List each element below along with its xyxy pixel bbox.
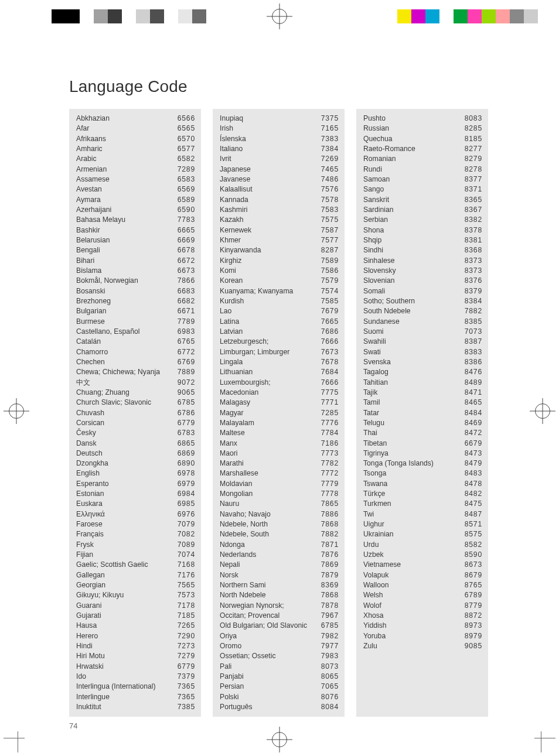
language-row: Serbian8382 xyxy=(363,215,482,225)
language-name: Ndonga xyxy=(220,540,246,550)
language-code: 9072 xyxy=(175,378,195,388)
language-name: Gujarati xyxy=(76,611,103,621)
language-row: Swahili8387 xyxy=(363,337,482,347)
language-name: Yoruba xyxy=(363,631,387,641)
language-code: 6673 xyxy=(175,266,195,276)
language-name: Romanian xyxy=(363,154,397,164)
language-row: Raeto-Romance8277 xyxy=(363,144,482,154)
language-code: 7882 xyxy=(462,306,482,316)
language-code: 8673 xyxy=(462,560,482,570)
language-name: Ndebele, South xyxy=(220,529,270,539)
language-code: 7772 xyxy=(319,468,339,478)
language-row: Guarani7178 xyxy=(76,601,195,611)
language-name: Norwegian Nynorsk; xyxy=(220,601,285,611)
language-row: Arabic6582 xyxy=(76,154,195,164)
language-row: Tigrinya8473 xyxy=(363,449,482,459)
language-code: 6765 xyxy=(175,337,195,347)
language-row: Gujarati7185 xyxy=(76,611,195,621)
language-row: Fijian7074 xyxy=(76,550,195,560)
language-name: Bokmål, Norwegian xyxy=(76,276,139,286)
language-row: Manx7186 xyxy=(220,439,339,449)
language-row: Chamorro6772 xyxy=(76,347,195,357)
language-row: Estonian6984 xyxy=(76,489,195,499)
language-code: 6978 xyxy=(175,468,195,478)
language-name: Nederlands xyxy=(220,550,257,560)
language-code: 7583 xyxy=(319,205,339,215)
language-code: 7776 xyxy=(319,418,339,428)
language-name: Fijian xyxy=(76,550,94,560)
language-name: Pushto xyxy=(363,114,387,124)
registration-mark-icon xyxy=(267,4,292,29)
language-name: Church Slavic; Slavonic xyxy=(76,398,152,408)
language-name: Ελληνικά xyxy=(76,509,106,519)
color-swatch xyxy=(94,9,108,23)
language-code: 6985 xyxy=(175,499,195,509)
language-row: Walloon8765 xyxy=(363,580,482,590)
language-code: 7982 xyxy=(319,631,339,641)
language-code: 8285 xyxy=(462,124,482,134)
language-row: Tamil8465 xyxy=(363,398,482,408)
language-name: Kernewek xyxy=(220,225,253,235)
language-name: Guarani xyxy=(76,601,103,611)
language-name: Panjabi xyxy=(220,672,245,682)
language-code: 8679 xyxy=(462,570,482,580)
language-code: 6869 xyxy=(175,449,195,459)
language-row: Macedonian7775 xyxy=(220,388,339,398)
language-code: 6779 xyxy=(175,418,195,428)
language-row: Japanese7465 xyxy=(220,165,339,175)
language-row: Interlingua (International)7365 xyxy=(76,682,195,692)
language-code: 8084 xyxy=(319,702,339,712)
language-code: 7573 xyxy=(175,590,195,600)
language-name: Maori xyxy=(220,449,238,459)
language-code: 7486 xyxy=(319,175,339,184)
language-code: 7185 xyxy=(175,611,195,621)
language-code: 8973 xyxy=(462,621,482,631)
language-row: Norsk7879 xyxy=(220,570,339,580)
language-row: Herero7290 xyxy=(76,631,195,641)
language-name: Tswana xyxy=(363,479,388,489)
language-name: Turkmen xyxy=(363,499,393,509)
language-code: 8872 xyxy=(462,611,482,621)
language-code: 7673 xyxy=(319,347,339,357)
language-name: Tibetan xyxy=(363,439,388,449)
language-row: Nauru7865 xyxy=(220,499,339,509)
language-code: 8277 xyxy=(462,144,482,154)
language-row: Afar6565 xyxy=(76,124,195,134)
language-code: 9085 xyxy=(462,641,482,651)
language-row: Afrikaans6570 xyxy=(76,134,195,144)
language-name: Armenian xyxy=(76,165,108,175)
language-name: Gaelic; Scottish Gaelic xyxy=(76,560,149,570)
language-code: 7868 xyxy=(319,519,339,529)
language-code: 8378 xyxy=(462,225,482,235)
language-code: 6582 xyxy=(175,154,195,164)
language-row: Romanian8279 xyxy=(363,154,482,164)
language-code: 6565 xyxy=(175,124,195,134)
language-code: 8383 xyxy=(462,347,482,357)
language-row: Kirghiz7589 xyxy=(220,256,339,266)
language-code: 8387 xyxy=(462,337,482,347)
language-code: 7666 xyxy=(319,378,339,388)
language-name: Vietnamese xyxy=(363,560,402,570)
language-row: Navaho; Navajo7886 xyxy=(220,509,339,519)
language-row: Oriya7982 xyxy=(220,631,339,641)
language-name: Magyar xyxy=(220,408,245,418)
language-row: Polski8076 xyxy=(220,692,339,702)
language-code: 7589 xyxy=(319,256,339,266)
language-row: Limburgan; Limburger7673 xyxy=(220,347,339,357)
language-code: 6789 xyxy=(462,590,482,600)
language-code: 6570 xyxy=(175,134,195,144)
language-code: 7882 xyxy=(319,529,339,539)
language-row: Armenian7289 xyxy=(76,165,195,175)
language-name: Serbian xyxy=(363,215,389,225)
language-row: Belarusian6669 xyxy=(76,235,195,245)
language-row: Old Bulgarian; Old Slavonic6785 xyxy=(220,621,339,631)
color-swatch xyxy=(66,9,80,23)
language-name: Limburgan; Limburger xyxy=(220,347,291,357)
language-name: Ossetian; Ossetic xyxy=(220,651,277,661)
language-code: 7565 xyxy=(175,580,195,590)
language-name: Latvian xyxy=(220,327,244,337)
language-code: 8384 xyxy=(462,296,482,306)
language-row: Türkçe8482 xyxy=(363,489,482,499)
color-swatch xyxy=(164,9,178,23)
color-swatch xyxy=(425,9,439,23)
